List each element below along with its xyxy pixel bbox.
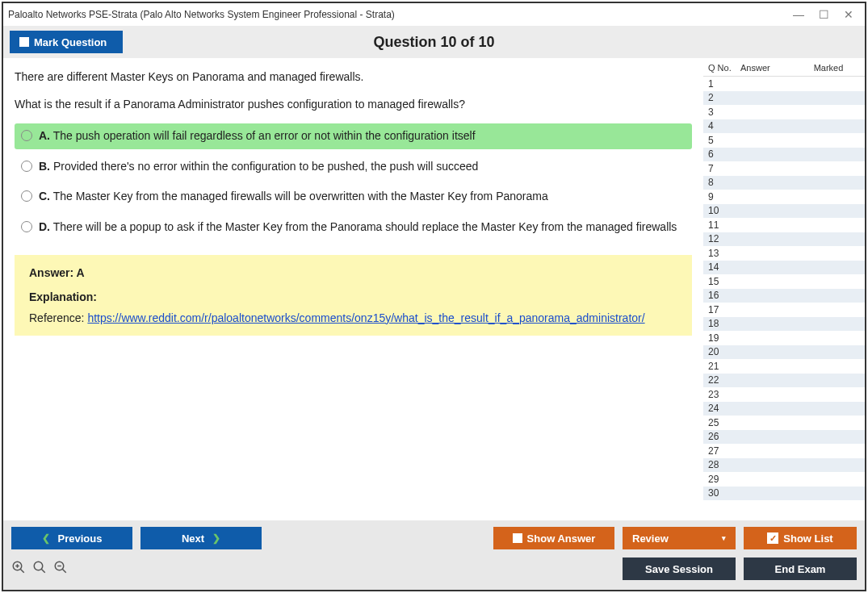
svg-point-4 [34, 562, 43, 570]
list-row-qno: 1 [708, 78, 740, 90]
toolbar: Mark Question Question 10 of 10 [3, 26, 865, 58]
radio-icon [21, 221, 32, 232]
list-row[interactable]: 20 [703, 345, 865, 360]
option-d[interactable]: D. There will be a popup to ask if the M… [15, 215, 692, 240]
option-a-text: A. The push operation will fail regardle… [39, 128, 476, 144]
list-row-qno: 28 [708, 459, 740, 470]
list-row-qno: 25 [708, 417, 740, 428]
mark-question-label: Mark Question [34, 36, 107, 48]
list-row[interactable]: 26 [703, 430, 865, 445]
list-row-qno: 2 [708, 92, 740, 103]
show-list-button[interactable]: ✓ Show List [744, 527, 857, 549]
list-row[interactable]: 14 [703, 261, 865, 275]
previous-button[interactable]: ❮ Previous [11, 527, 132, 549]
review-button[interactable]: Review ▾ [623, 527, 736, 549]
list-row[interactable]: 29 [703, 472, 865, 487]
save-session-button[interactable]: Save Session [623, 558, 736, 580]
list-row[interactable]: 12 [703, 232, 865, 247]
list-row[interactable]: 30 [703, 487, 865, 501]
list-row-qno: 16 [708, 290, 740, 301]
option-b[interactable]: B. Provided there's no error within the … [15, 154, 692, 180]
list-row-qno: 29 [708, 474, 740, 485]
option-b-text: B. Provided there's no error within the … [39, 159, 478, 175]
explanation-label: Explanation: [29, 290, 677, 303]
list-row[interactable]: 17 [703, 303, 865, 317]
question-list[interactable]: 1234567891011121314151617181920212223242… [703, 76, 865, 520]
option-d-text: D. There will be a popup to ask if the M… [39, 219, 677, 236]
radio-icon [21, 130, 32, 141]
svg-line-7 [62, 569, 66, 573]
list-row[interactable]: 6 [703, 148, 865, 162]
end-exam-label: End Exam [775, 563, 826, 575]
option-a[interactable]: A. The push operation will fail regardle… [15, 123, 692, 149]
list-row[interactable]: 1 [703, 77, 865, 91]
next-button[interactable]: Next ❯ [140, 527, 262, 549]
header-marked: Marked [797, 63, 860, 73]
list-row-qno: 21 [708, 361, 740, 372]
window-title: Paloalto Networks PSE-Strata (Palo Alto … [8, 9, 793, 20]
svg-line-1 [20, 569, 24, 573]
show-answer-label: Show Answer [527, 532, 596, 545]
mark-question-button[interactable]: Mark Question [10, 31, 123, 53]
list-row[interactable]: 11 [703, 218, 865, 232]
list-row[interactable]: 9 [703, 190, 865, 204]
list-row[interactable]: 21 [703, 359, 865, 374]
list-row-qno: 4 [708, 120, 740, 132]
header-qno: Q No. [708, 63, 740, 73]
list-row[interactable]: 8 [703, 176, 865, 190]
list-row[interactable]: 16 [703, 289, 865, 303]
list-row[interactable]: 22 [703, 374, 865, 388]
list-row[interactable]: 15 [703, 274, 865, 289]
checkbox-empty-icon [19, 37, 29, 47]
minimize-icon[interactable]: — [793, 9, 804, 20]
list-row[interactable]: 5 [703, 133, 865, 148]
question-line-2: What is the result if a Panorama Adminis… [15, 97, 692, 113]
list-row[interactable]: 4 [703, 119, 865, 134]
list-row[interactable]: 7 [703, 161, 865, 176]
list-row[interactable]: 3 [703, 105, 865, 119]
list-row[interactable]: 10 [703, 204, 865, 219]
maximize-icon[interactable]: ☐ [819, 9, 829, 20]
list-row[interactable]: 18 [703, 317, 865, 332]
list-row-qno: 27 [708, 445, 740, 457]
list-row[interactable]: 2 [703, 91, 865, 106]
list-row-qno: 23 [708, 389, 740, 400]
list-row-qno: 15 [708, 276, 740, 287]
list-row-qno: 3 [708, 106, 740, 118]
list-row-qno: 5 [708, 135, 740, 146]
review-label: Review [632, 532, 669, 545]
list-row-qno: 12 [708, 233, 740, 244]
zoom-out-icon[interactable] [53, 560, 68, 578]
app-window: Paloalto Networks PSE-Strata (Palo Alto … [2, 2, 866, 591]
chevron-right-icon: ❯ [212, 532, 220, 544]
list-row[interactable]: 24 [703, 402, 865, 416]
body-area: There are different Master Keys on Panor… [3, 58, 865, 520]
list-row-qno: 11 [708, 219, 740, 231]
reference-prefix: Reference: [29, 311, 87, 324]
reference-link[interactable]: https://www.reddit.com/r/paloaltonetwork… [87, 311, 644, 324]
list-row[interactable]: 19 [703, 331, 865, 345]
header-answer: Answer [740, 63, 797, 73]
end-exam-button[interactable]: End Exam [744, 558, 857, 580]
titlebar: Paloalto Networks PSE-Strata (Palo Alto … [3, 3, 865, 26]
zoom-controls [11, 560, 68, 578]
list-row[interactable]: 27 [703, 444, 865, 458]
zoom-reset-icon[interactable] [11, 560, 26, 578]
show-answer-button[interactable]: Show Answer [493, 527, 614, 549]
close-icon[interactable]: ✕ [844, 9, 853, 20]
option-c[interactable]: C. The Master Key from the managed firew… [15, 184, 692, 210]
question-counter: Question 10 of 10 [3, 34, 865, 51]
show-list-label: Show List [783, 532, 832, 545]
checkbox-empty-icon [513, 533, 522, 543]
list-row[interactable]: 28 [703, 458, 865, 473]
list-row[interactable]: 25 [703, 416, 865, 430]
list-row-qno: 30 [708, 487, 740, 499]
list-row-qno: 22 [708, 374, 740, 386]
list-row-qno: 10 [708, 205, 740, 216]
list-row-qno: 8 [708, 177, 740, 188]
zoom-in-icon[interactable] [32, 560, 47, 578]
list-row[interactable]: 23 [703, 387, 865, 402]
checkbox-checked-icon: ✓ [767, 532, 778, 544]
list-row[interactable]: 13 [703, 246, 865, 261]
radio-icon [21, 161, 32, 172]
